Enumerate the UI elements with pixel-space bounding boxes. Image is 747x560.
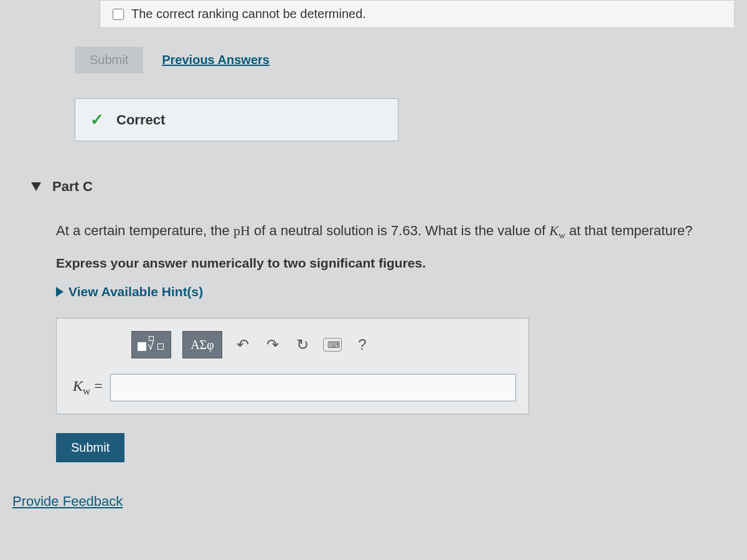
part-c-header[interactable]: Part C	[31, 179, 735, 195]
kw-sub: w	[558, 230, 565, 240]
expand-right-icon	[56, 287, 63, 297]
ranking-option-label: The correct ranking cannot be determined…	[131, 7, 366, 21]
submit-button-disabled: Submit	[75, 47, 143, 73]
question-prefix: At a certain temperature, the	[56, 223, 233, 238]
answer-row: Kw =	[69, 374, 516, 401]
question-mid: of a neutral solution is 7.63. What is t…	[250, 223, 550, 238]
equation-toolbar: √ ΑΣφ ↶ ↷ ↻ ⌨ ?	[131, 331, 516, 358]
answer-input-panel: √ ΑΣφ ↶ ↷ ↻ ⌨ ? Kw =	[56, 318, 529, 414]
kw-k: K	[549, 223, 558, 238]
keyboard-icon[interactable]: ⌨	[323, 338, 342, 352]
question-suffix: at that temperature?	[565, 223, 692, 238]
submit-button[interactable]: Submit	[56, 433, 125, 462]
greek-letters-button[interactable]: ΑΣφ	[182, 331, 222, 358]
correct-label: Correct	[116, 112, 165, 128]
part-title: Part C	[52, 179, 93, 195]
check-icon: ✓	[90, 110, 104, 129]
redo-icon[interactable]: ↷	[263, 336, 282, 353]
collapse-icon	[31, 182, 41, 191]
question-text: At a certain temperature, the pH of a ne…	[56, 220, 728, 243]
previous-answers-link[interactable]: Previous Answers	[162, 53, 270, 67]
prev-submit-row: Submit Previous Answers	[75, 47, 735, 73]
ranking-checkbox[interactable]	[113, 9, 124, 20]
undo-icon[interactable]: ↶	[233, 336, 252, 353]
provide-feedback-link[interactable]: Provide Feedback	[12, 493, 735, 510]
help-icon[interactable]: ?	[353, 336, 372, 353]
ph-symbol: pH	[233, 223, 250, 238]
hints-label: View Available Hint(s)	[68, 284, 203, 299]
answer-input[interactable]	[110, 374, 516, 401]
correct-feedback-box: ✓ Correct	[75, 98, 398, 141]
equals-sign: =	[90, 378, 103, 394]
reset-icon[interactable]: ↻	[293, 336, 312, 353]
answer-variable-label: Kw =	[73, 378, 103, 398]
answer-var-k: K	[73, 378, 83, 394]
answer-instruction: Express your answer numerically to two s…	[56, 256, 735, 271]
answer-var-sub: w	[83, 385, 90, 397]
kw-symbol: Kw	[549, 223, 565, 238]
template-icon: √	[138, 336, 165, 353]
view-hints-link[interactable]: View Available Hint(s)	[56, 284, 735, 299]
ranking-option-row: The correct ranking cannot be determined…	[100, 0, 735, 28]
math-template-button[interactable]: √	[131, 331, 171, 358]
